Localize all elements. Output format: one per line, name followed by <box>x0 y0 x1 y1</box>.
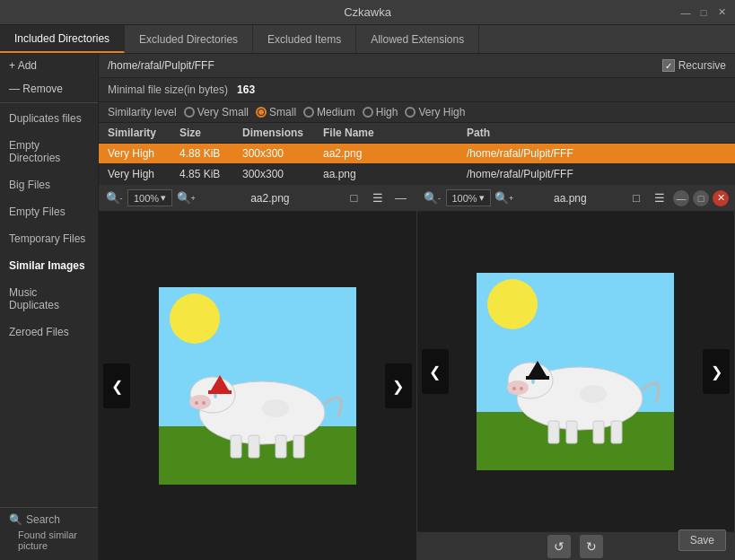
svg-point-6 <box>195 401 198 405</box>
table-row[interactable]: Very High 4.85 KiB 300x300 aa.png /home/… <box>99 164 735 185</box>
found-text: Found similar picture <box>9 526 89 555</box>
row2-dimensions: 300x300 <box>242 168 323 180</box>
window-controls[interactable]: ― □ ✕ <box>679 6 728 19</box>
tab-excluded-items[interactable]: Excluded Items <box>253 25 356 53</box>
svg-point-1 <box>170 293 220 344</box>
table-header: Similarity Size Dimensions File Name Pat… <box>99 123 735 144</box>
sidebar-item-temporary-files[interactable]: Temporary Files <box>0 225 98 252</box>
checkbox-icon: ✓ <box>662 59 675 72</box>
minimize-btn-left[interactable]: ― <box>391 188 411 208</box>
add-button[interactable]: + Add <box>0 54 98 77</box>
cow-image-left <box>159 287 356 485</box>
close-btn-right[interactable]: ✕ <box>713 190 729 206</box>
maximize-btn-right[interactable]: □ <box>693 190 709 206</box>
row2-size: 4.85 KiB <box>179 168 242 180</box>
min-file-size-value: 163 <box>237 83 255 96</box>
zoom-in-btn-left[interactable]: 🔍+ <box>176 188 196 208</box>
zoom-out-btn-right[interactable]: 🔍- <box>423 188 442 208</box>
radio-dot-high <box>363 107 373 118</box>
radio-dot-medium <box>303 107 314 118</box>
row2-similarity: Very High <box>108 168 179 180</box>
svg-rect-31 <box>548 421 559 443</box>
svg-point-5 <box>189 395 211 409</box>
radio-high[interactable]: High <box>363 106 398 118</box>
tab-allowed-extensions[interactable]: Allowed Extensions <box>356 25 479 53</box>
zoom-display-left[interactable]: 100% ▾ <box>127 189 172 206</box>
rotate-ccw-button[interactable]: ↺ <box>547 535 571 558</box>
search-box[interactable]: 🔍 Search <box>9 513 89 526</box>
minimize-btn-right[interactable]: ― <box>673 190 689 206</box>
zoom-out-btn-left[interactable]: 🔍- <box>104 188 124 208</box>
maximize-button[interactable]: □ <box>697 6 710 19</box>
svg-rect-16 <box>293 435 304 458</box>
rotate-cw-button[interactable]: ↻ <box>580 535 603 558</box>
sidebar-item-empty-directories[interactable]: Empty Directories <box>0 132 98 171</box>
col-header-similarity: Similarity <box>108 127 179 139</box>
nav-prev-left[interactable]: ❮ <box>103 363 130 408</box>
row1-path: /home/rafal/Pulpit/FFF <box>467 147 726 160</box>
cow-image-right <box>477 273 674 470</box>
svg-rect-15 <box>276 435 286 458</box>
copy-btn-right[interactable]: □ <box>626 188 646 208</box>
sidebar-item-music-duplicates[interactable]: Music Duplicates <box>0 279 98 319</box>
radio-very-high[interactable]: Very High <box>405 106 465 118</box>
titlebar: Czkawka ― □ ✕ <box>0 0 735 25</box>
similarity-label: Similarity level <box>108 106 177 118</box>
nav-next-left[interactable]: ❯ <box>385 363 412 408</box>
panel-toolbar-left: 🔍- 100% ▾ 🔍+ aa2.png □ ☰ ― <box>99 185 416 212</box>
sidebar-divider <box>0 102 98 103</box>
sidebar-item-empty-files[interactable]: Empty Files <box>0 198 98 225</box>
row1-filename: aa2.png <box>323 147 467 160</box>
nav-prev-right[interactable]: ❮ <box>422 349 449 394</box>
sidebar: + Add — Remove Duplicates files Empty Di… <box>0 54 99 560</box>
svg-rect-32 <box>566 421 577 443</box>
nav-next-right[interactable]: ❯ <box>703 349 730 394</box>
tab-excluded-directories[interactable]: Excluded Directories <box>125 25 253 53</box>
radio-small[interactable]: Small <box>256 106 296 118</box>
sidebar-bottom: 🔍 Search Found similar picture <box>0 507 98 560</box>
image-canvas-right: ❮ <box>417 212 735 531</box>
recursive-checkbox[interactable]: ✓ Recursive <box>662 59 726 72</box>
preview-area: 🔍- 100% ▾ 🔍+ aa2.png □ ☰ ― ❮ <box>99 185 735 560</box>
zoom-display-right[interactable]: 100% ▾ <box>446 189 491 206</box>
svg-point-7 <box>202 401 206 405</box>
svg-rect-34 <box>611 421 622 443</box>
row1-dimensions: 300x300 <box>242 147 323 160</box>
main-area: + Add — Remove Duplicates files Empty Di… <box>0 54 735 560</box>
image-canvas-left: ❮ <box>99 212 416 560</box>
tab-bar: Included Directories Excluded Directorie… <box>0 25 735 54</box>
filename-right: aa.png <box>518 192 623 205</box>
sidebar-item-similar-images[interactable]: Similar Images <box>0 252 98 279</box>
minimize-button[interactable]: ― <box>679 6 692 19</box>
save-button[interactable]: Save <box>678 529 726 551</box>
copy-btn-left[interactable]: □ <box>345 188 364 208</box>
tab-included-directories[interactable]: Included Directories <box>0 25 125 53</box>
zoom-in-btn-right[interactable]: 🔍+ <box>494 188 514 208</box>
close-button[interactable]: ✕ <box>715 6 728 19</box>
chevron-down-icon: ▾ <box>161 192 166 204</box>
min-file-size-label: Minimal file size(in bytes) <box>108 83 228 96</box>
svg-point-35 <box>580 385 607 403</box>
row1-similarity: Very High <box>108 147 179 160</box>
menu-btn-right[interactable]: ☰ <box>650 188 669 208</box>
svg-point-25 <box>520 387 523 390</box>
row2-path: /home/rafal/Pulpit/FFF <box>467 168 726 180</box>
sidebar-item-zeroed-files[interactable]: Zeroed Files <box>0 319 98 346</box>
app-title: Czkawka <box>344 5 391 19</box>
col-header-size: Size <box>179 127 242 139</box>
sidebar-item-big-files[interactable]: Big Files <box>0 171 98 198</box>
remove-button[interactable]: — Remove <box>0 77 98 101</box>
sidebar-item-duplicates[interactable]: Duplicates files <box>0 105 98 132</box>
radio-dot-small <box>256 107 267 118</box>
chevron-down-icon: ▾ <box>479 192 485 204</box>
menu-btn-left[interactable]: ☰ <box>368 188 388 208</box>
radio-medium[interactable]: Medium <box>303 106 355 118</box>
table-row[interactable]: Very High 4.88 KiB 300x300 aa2.png /home… <box>99 144 735 164</box>
svg-point-19 <box>487 279 538 329</box>
panel-toolbar-right: 🔍- 100% ▾ 🔍+ aa.png □ ☰ ― □ ✕ <box>417 185 735 212</box>
col-header-path: Path <box>467 127 726 139</box>
radio-dot-very-high <box>405 107 416 118</box>
radio-very-small[interactable]: Very Small <box>184 106 249 118</box>
path-bar: /home/rafal/Pulpit/FFF ✓ Recursive <box>99 54 735 78</box>
svg-point-17 <box>262 399 289 417</box>
